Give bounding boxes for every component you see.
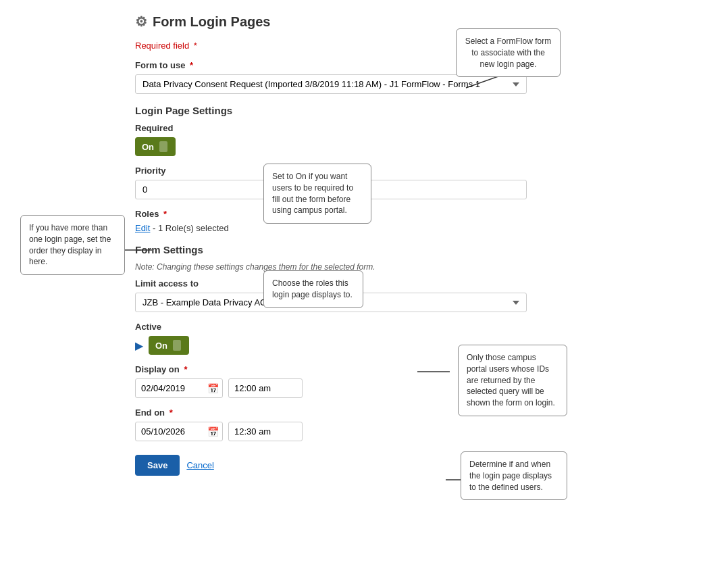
roles-count: 1 Role(s) selected <box>158 223 229 233</box>
active-arrow-icon: ▶ <box>135 339 143 352</box>
callout-required: Set to On if you want users to be requir… <box>263 164 371 224</box>
page-wrapper: ⚙ Form Login Pages Required field * Form… <box>20 14 574 569</box>
save-button[interactable]: Save <box>135 455 180 476</box>
callout-form-select: Select a FormFlow form to associate with… <box>456 28 561 77</box>
roles-asterisk: * <box>163 209 167 219</box>
login-page-settings-header: Login Page Settings <box>135 105 527 116</box>
cancel-link[interactable]: Cancel <box>186 460 213 470</box>
required-asterisk: * <box>194 41 197 51</box>
end-on-time-input[interactable] <box>228 422 303 441</box>
callout-priority: If you have more than one login page, se… <box>20 215 125 275</box>
required-field-text: Required field <box>135 41 189 51</box>
roles-edit-link[interactable]: Edit <box>135 223 150 233</box>
roles-label-text: Roles <box>135 209 159 219</box>
display-on-label-text: Display on <box>135 364 180 374</box>
form-to-use-select[interactable]: Data Privacy Consent Request (Imported 3… <box>135 74 527 94</box>
end-on-label-text: End on <box>135 407 165 418</box>
display-on-date-wrap: 📅 <box>135 378 223 398</box>
page-title-text: Form Login Pages <box>153 14 270 30</box>
required-toggle[interactable]: On <box>135 137 176 156</box>
active-label: Active <box>135 322 527 332</box>
callout-dates: Determine if and when the login page dis… <box>461 451 567 500</box>
end-on-date-input[interactable] <box>135 422 223 441</box>
form-to-use-asterisk: * <box>190 60 193 70</box>
gear-icon: ⚙ <box>135 14 147 30</box>
form-settings-header: Form Settings <box>135 244 527 255</box>
required-label: Required <box>135 123 527 133</box>
required-toggle-group: Required On <box>135 123 527 156</box>
display-on-asterisk: * <box>184 364 187 374</box>
page-title: ⚙ Form Login Pages <box>135 14 527 30</box>
roles-edit-row: Edit - 1 Role(s) selected <box>135 223 527 233</box>
end-on-row: 📅 <box>135 422 527 441</box>
display-on-time-input[interactable] <box>228 378 303 398</box>
end-on-date-wrap: 📅 <box>135 422 223 441</box>
roles-selected-text: - <box>153 223 158 233</box>
callout-acl: Only those campus portal users whose IDs… <box>458 345 567 416</box>
callout-roles: Choose the roles this login page display… <box>263 270 363 308</box>
end-on-asterisk: * <box>170 407 173 418</box>
form-to-use-label-text: Form to use <box>135 60 185 70</box>
display-on-date-input[interactable] <box>135 378 223 398</box>
active-toggle[interactable]: On <box>149 336 189 355</box>
